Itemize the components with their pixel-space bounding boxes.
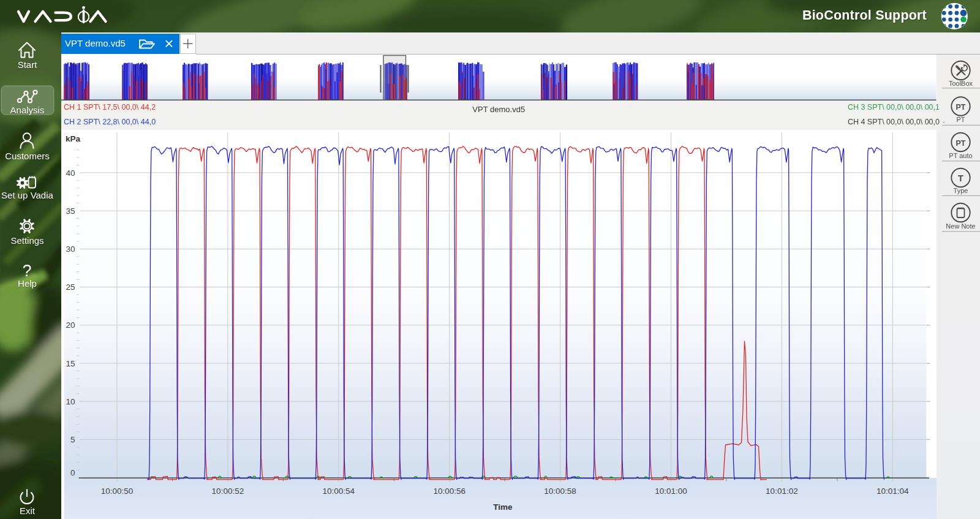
svg-text:kPa: kPa [66,134,81,143]
svg-text:ToolBox: ToolBox [949,80,973,87]
svg-text:30: 30 [66,244,75,254]
svg-text:Time: Time [493,502,513,512]
svg-text:35: 35 [66,206,75,216]
svg-text:PT: PT [956,139,966,148]
svg-text:Type: Type [954,187,968,194]
svg-text:10:01:04: 10:01:04 [876,487,909,496]
svg-text:40: 40 [66,169,75,178]
svg-text:10:00:50: 10:00:50 [101,487,134,496]
svg-text:PT auto: PT auto [949,152,972,159]
svg-text:?: ? [22,262,31,280]
svg-text:10: 10 [66,397,75,406]
svg-text:10:00:54: 10:00:54 [323,487,355,496]
svg-text:10:01:02: 10:01:02 [766,487,798,496]
svg-text:15: 15 [66,359,75,368]
svg-text:5: 5 [70,435,75,444]
svg-text:10:00:52: 10:00:52 [212,487,244,496]
svg-text:20: 20 [66,320,75,330]
svg-text:10:00:56: 10:00:56 [433,487,466,496]
svg-text:PT: PT [956,103,966,112]
svg-text:10:00:58: 10:00:58 [544,487,576,496]
svg-text:New Note: New Note [946,222,975,230]
svg-text:T: T [958,173,963,183]
svg-text:25: 25 [66,282,75,292]
svg-text:0: 0 [70,468,75,477]
svg-text:PT: PT [956,116,965,123]
svg-text:10:01:00: 10:01:00 [655,487,687,496]
